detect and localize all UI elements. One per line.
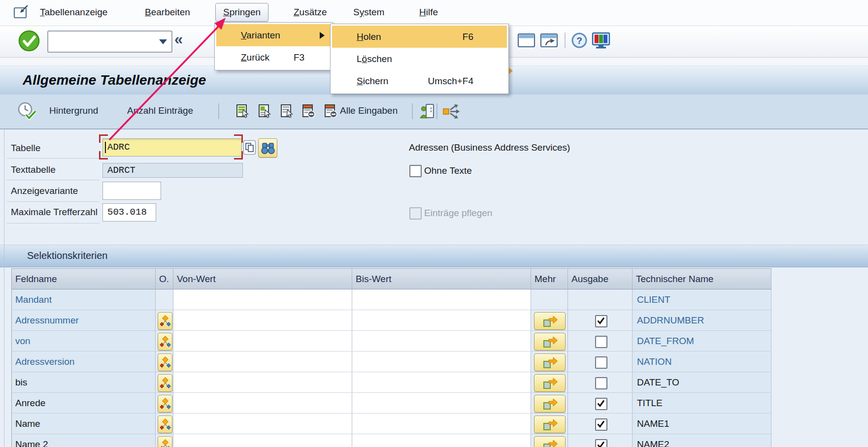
column-header-ausgabe: Ausgabe (568, 268, 633, 289)
menu-item-holen[interactable]: HolenF6 (332, 26, 507, 48)
create-shortcut-icon[interactable] (540, 32, 559, 50)
anzeigevariante-input[interactable] (102, 182, 161, 200)
options-cell (156, 331, 173, 351)
feldname-cell: Anrede (11, 393, 156, 414)
distribute-icon[interactable] (442, 104, 460, 121)
technischer-name-cell: ADDRNUMBER (633, 310, 771, 331)
copy-pages-icon[interactable] (243, 140, 256, 157)
mehr-button[interactable] (534, 353, 566, 371)
bis-wert-input[interactable] (352, 289, 531, 310)
menubar-item-tabellenanzeige[interactable]: Tabellenanzeige (37, 0, 110, 25)
system-menu-icon[interactable] (13, 4, 31, 23)
selection-options-button[interactable] (158, 436, 172, 447)
ausgabe-checkbox[interactable] (595, 336, 607, 348)
menu-item-löschen[interactable]: Löschen (332, 48, 507, 70)
menu-shortcut: Umsch+F4 (428, 70, 473, 92)
form-row-divider (7, 201, 100, 202)
bis-wert-input[interactable] (352, 434, 531, 447)
bis-wert-input[interactable] (352, 351, 531, 372)
bis-wert-input[interactable] (352, 414, 531, 434)
selection-criteria-header: Selektionskriterien (0, 245, 868, 267)
maintain-entries-icon[interactable] (420, 103, 434, 121)
mehr-cell (531, 331, 568, 351)
alle-eingaben-button[interactable]: Alle Eingaben (340, 95, 398, 127)
von-wert-input[interactable] (173, 289, 352, 310)
selection-criteria-title: Selektionskriterien (0, 245, 868, 266)
collapse-toolbar-chevron[interactable]: « (174, 28, 183, 51)
mehr-button[interactable] (534, 312, 566, 330)
options-cell (156, 414, 173, 434)
menubar-item-springen[interactable]: Springen (215, 3, 268, 22)
selection-options-button[interactable] (158, 353, 172, 371)
bis-wert-input[interactable] (352, 310, 531, 331)
mehr-cell (531, 351, 568, 372)
von-wert-input[interactable] (173, 393, 352, 414)
table-row: Name 2NAME2 (11, 434, 771, 447)
selection-options-button[interactable] (158, 312, 172, 330)
bis-wert-input[interactable] (352, 372, 531, 393)
menu-item-zurück[interactable]: ZurückF3 (216, 46, 331, 68)
ohne-texte-checkbox[interactable] (409, 165, 422, 177)
selection-options-button[interactable] (158, 374, 172, 392)
command-field-dropdown-icon[interactable] (159, 39, 167, 44)
select-all-fields-icon[interactable] (236, 104, 249, 120)
von-wert-input[interactable] (173, 310, 352, 331)
mehr-button[interactable] (534, 415, 566, 433)
hintergrund-button[interactable]: Hintergrund (49, 95, 98, 127)
von-wert-input[interactable] (173, 331, 352, 351)
selection-options-button[interactable] (158, 415, 172, 433)
texttabelle-label: Texttabelle (11, 164, 56, 176)
select-block-icon[interactable] (258, 104, 271, 120)
mehr-button[interactable] (534, 333, 566, 351)
form-row-divider (7, 180, 100, 180)
von-wert-input[interactable] (173, 351, 352, 372)
anzahl-eintraege-button[interactable]: Anzahl Einträge (127, 95, 193, 127)
application-toolbar: Hintergrund Anzahl Einträge Alle Eingabe… (0, 95, 868, 129)
options-cell (156, 289, 173, 310)
ausgabe-cell (568, 434, 633, 447)
menubar-item-system[interactable]: System (350, 0, 387, 25)
menu-shortcut: F6 (463, 26, 473, 48)
selection-options-button[interactable] (158, 333, 172, 351)
menu-item-sichern[interactable]: SichernUmsch+F4 (332, 70, 507, 92)
mehr-cell (531, 289, 568, 310)
menu-item-varianten[interactable]: Varianten (216, 24, 331, 46)
enter-check-button[interactable] (18, 30, 40, 52)
delete-selection-icon[interactable] (302, 104, 315, 120)
ausgabe-checkbox[interactable] (595, 315, 607, 327)
tabelle-input[interactable]: ADRC (102, 138, 242, 157)
menubar-item-bearbeiten[interactable]: Bearbeiten (142, 0, 193, 25)
menubar-item-hilfe[interactable]: Hilfe (416, 0, 441, 25)
ausgabe-checkbox[interactable] (595, 439, 607, 447)
mehr-button[interactable] (534, 395, 566, 413)
von-wert-input[interactable] (173, 434, 352, 447)
ausgabe-cell (568, 351, 633, 372)
ausgabe-checkbox[interactable] (595, 377, 607, 389)
execute-clock-icon[interactable] (17, 101, 37, 123)
ausgabe-checkbox[interactable] (595, 418, 607, 431)
max-trefferzahl-input[interactable]: 503.018 (102, 203, 156, 222)
bis-wert-input[interactable] (352, 393, 531, 414)
column-header-von-wert: Von-Wert (173, 268, 352, 289)
von-wert-input[interactable] (173, 372, 352, 393)
mehr-button[interactable] (534, 436, 566, 447)
toolbar-separator (436, 103, 437, 119)
menubar-item-zusätze[interactable]: Zusätze (291, 0, 330, 25)
delete-all-selections-icon[interactable] (324, 104, 337, 120)
search-help-button[interactable] (258, 138, 277, 158)
ausgabe-checkbox[interactable] (595, 356, 607, 369)
mehr-button[interactable] (534, 374, 566, 392)
help-icon[interactable]: ? (570, 32, 588, 51)
column-header-technischer-name: Technischer Name (633, 268, 771, 289)
submenu-arrow-icon (320, 32, 325, 39)
customize-layout-icon[interactable] (591, 32, 611, 51)
selection-options-button[interactable] (158, 395, 172, 413)
new-session-window-icon[interactable] (517, 32, 536, 50)
command-field[interactable] (47, 31, 172, 53)
deselect-fields-icon[interactable] (280, 104, 294, 120)
ausgabe-checkbox[interactable] (595, 398, 607, 410)
bis-wert-input[interactable] (352, 331, 531, 351)
options-cell (156, 434, 173, 447)
von-wert-input[interactable] (173, 414, 352, 434)
table-row: AdressversionNATION (11, 351, 771, 372)
